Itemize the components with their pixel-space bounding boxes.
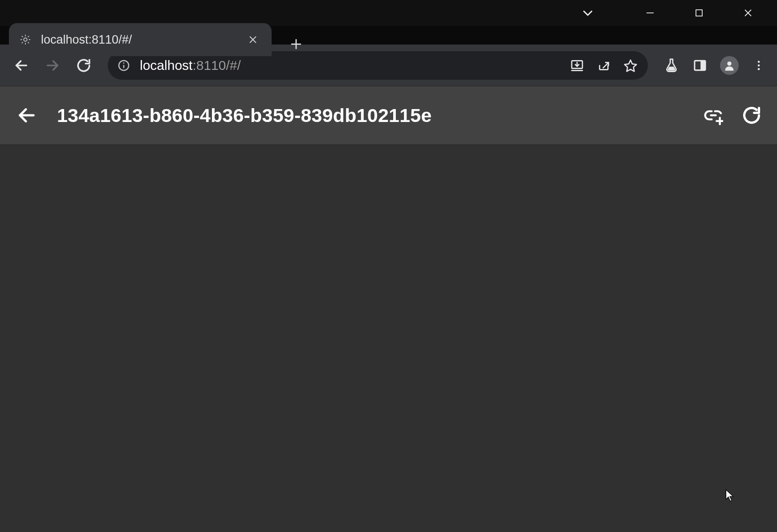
svg-point-31 xyxy=(758,61,760,63)
address-host: localhost xyxy=(140,58,192,73)
profile-avatar[interactable] xyxy=(720,56,739,75)
app-toolbar-actions xyxy=(703,105,762,126)
app-refresh-icon[interactable] xyxy=(741,105,762,126)
tab-close-button[interactable] xyxy=(246,32,260,47)
svg-point-21 xyxy=(123,62,125,64)
window-close-button[interactable] xyxy=(724,0,773,26)
bookmark-star-icon[interactable] xyxy=(623,58,638,73)
nav-forward-button[interactable] xyxy=(41,54,64,77)
svg-point-30 xyxy=(727,61,731,65)
search-tabs-dropdown[interactable] xyxy=(563,0,612,26)
tab-title: localhost:8110/#/ xyxy=(41,33,237,47)
new-tab-button[interactable] xyxy=(284,32,308,56)
svg-point-32 xyxy=(758,64,760,66)
svg-line-11 xyxy=(28,36,29,37)
svg-rect-29 xyxy=(701,61,705,70)
svg-line-12 xyxy=(22,42,23,44)
site-info-icon[interactable] xyxy=(118,59,130,72)
toolbar-right-group xyxy=(660,56,767,75)
tab-strip: localhost:8110/#/ xyxy=(0,0,308,45)
tab-favicon-icon xyxy=(19,33,32,46)
window-minimize-button[interactable] xyxy=(626,0,675,26)
nav-reload-button[interactable] xyxy=(72,54,95,77)
address-path: :8110/#/ xyxy=(192,58,240,73)
browser-menu-icon[interactable] xyxy=(750,57,767,74)
side-panel-icon[interactable] xyxy=(692,57,708,74)
svg-rect-1 xyxy=(696,10,702,16)
window-maximize-button[interactable] xyxy=(675,0,724,26)
app-toolbar: 134a1613-b860-4b36-b359-839db102115e xyxy=(0,86,777,144)
install-app-icon[interactable] xyxy=(570,58,585,73)
svg-line-9 xyxy=(22,36,23,37)
app-back-button[interactable] xyxy=(15,104,38,127)
address-url: localhost:8110/#/ xyxy=(140,58,560,73)
browser-tab-active[interactable]: localhost:8110/#/ xyxy=(9,23,272,56)
app-title: 134a1613-b860-4b36-b359-839db102115e xyxy=(57,105,684,126)
svg-point-4 xyxy=(24,38,27,41)
page-viewport: 134a1613-b860-4b36-b359-839db102115e xyxy=(0,86,777,532)
window-controls xyxy=(626,0,773,26)
add-link-icon[interactable] xyxy=(703,105,724,126)
omnibox-trailing-icons xyxy=(570,58,638,73)
svg-line-10 xyxy=(28,42,29,44)
share-icon[interactable] xyxy=(596,58,611,73)
labs-icon[interactable] xyxy=(663,57,680,74)
app-body-empty xyxy=(0,144,777,532)
nav-back-button[interactable] xyxy=(10,54,33,77)
svg-marker-26 xyxy=(625,60,637,71)
svg-point-33 xyxy=(758,68,760,70)
